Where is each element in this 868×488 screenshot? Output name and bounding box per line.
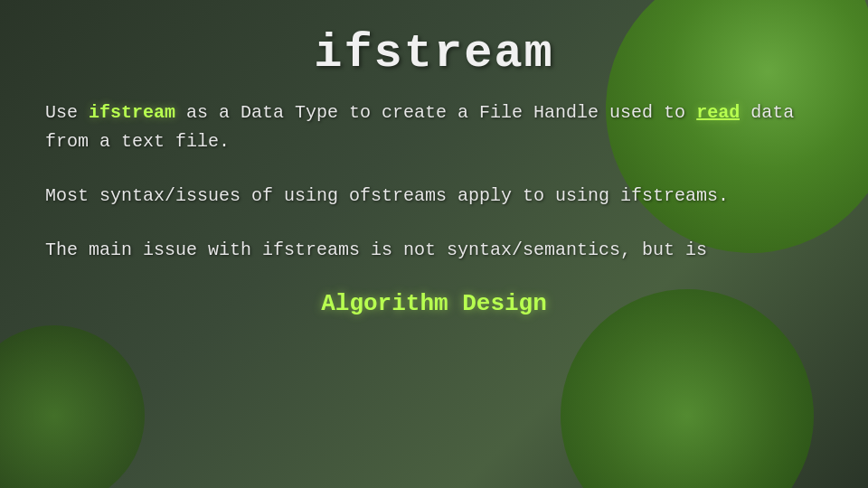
algorithm-design-text: Algorithm Design <box>45 290 823 317</box>
p3-prefix-text: The main issue with ifstreams is not syn… <box>45 239 707 260</box>
paragraph-1: Use ifstream as a Data Type to create a … <box>45 99 823 156</box>
p1-middle-text: as a Data Type to create a File Handle u… <box>175 102 696 123</box>
p1-keyword-ifstream: ifstream <box>89 102 175 123</box>
paragraph-3: The main issue with ifstreams is not syn… <box>45 236 823 265</box>
p1-keyword-read: read <box>696 102 740 123</box>
paragraph-2: Most syntax/issues of using ofstreams ap… <box>45 182 823 211</box>
main-content: ifstream Use ifstream as a Data Type to … <box>0 0 868 488</box>
p1-prefix-text: Use <box>45 102 89 123</box>
page-title: ifstream <box>45 27 823 80</box>
